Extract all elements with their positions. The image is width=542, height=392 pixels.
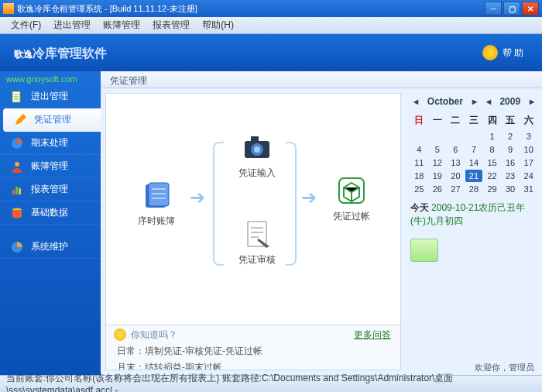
minimize-button[interactable]: ─	[485, 2, 502, 15]
menu-book[interactable]: 账簿管理	[97, 17, 146, 33]
user-icon	[11, 160, 23, 173]
pie2-icon	[11, 241, 23, 253]
calendar-day[interactable]: 11	[410, 156, 428, 169]
nav-voucher[interactable]: 凭证管理	[3, 108, 101, 132]
thumbnail[interactable]	[410, 239, 438, 262]
svg-point-12	[254, 146, 260, 153]
calendar-day[interactable]: 24	[520, 170, 537, 182]
dow-header: 一	[429, 112, 447, 129]
chart-icon	[11, 184, 23, 196]
pie-icon	[11, 137, 23, 150]
svg-rect-13	[251, 136, 259, 143]
calendar-nav: ◂ October ▸ ◂ 2009 ▸	[410, 95, 537, 108]
menu-file[interactable]: 文件(F)	[5, 17, 47, 33]
db-icon	[11, 207, 23, 219]
dow-header: 二	[447, 112, 465, 129]
calendar-day[interactable]: 16	[502, 156, 520, 169]
welcome-text: 欢迎你，管理员	[475, 362, 534, 373]
help-icon	[482, 45, 498, 60]
calendar-day[interactable]: 9	[502, 143, 520, 156]
site-url: www.gnoysoft.com	[0, 73, 101, 85]
calendar-day[interactable]: 18	[410, 170, 428, 182]
paper-icon	[241, 218, 273, 250]
calendar-day[interactable]: 23	[502, 170, 520, 182]
flow-ledger[interactable]: 序时账簿	[129, 179, 184, 228]
dow-header: 五	[502, 112, 520, 129]
calendar-day[interactable]: 14	[465, 156, 483, 169]
dow-header: 三	[465, 112, 483, 129]
logo: 歌逸冷库管理软件	[14, 43, 107, 62]
calendar-day[interactable]: 8	[483, 143, 501, 156]
flow-post[interactable]: 凭证过帐	[324, 174, 379, 223]
calendar-day[interactable]: 2	[502, 130, 520, 143]
sidebar: www.gnoysoft.com 进出管理 凭证管理 期末处理 账簿管理 报表管…	[0, 71, 101, 375]
nav-inout[interactable]: 进出管理	[0, 85, 101, 108]
bracket-left	[213, 142, 224, 266]
menu-report[interactable]: 报表管理	[146, 17, 196, 33]
pencil-icon	[14, 114, 26, 126]
calendar-day[interactable]: 28	[465, 183, 483, 195]
nav-sys[interactable]: 系统维护	[0, 236, 101, 259]
breadcrumb: 凭证管理	[101, 71, 542, 88]
calendar-day[interactable]: 10	[520, 143, 537, 156]
nav-report[interactable]: 报表管理	[0, 178, 101, 201]
dow-header: 日	[410, 112, 428, 129]
calendar-day[interactable]: 21	[465, 170, 483, 182]
menu-help[interactable]: 帮助(H)	[196, 17, 240, 33]
calendar-day[interactable]: 7	[465, 143, 483, 156]
calendar-day[interactable]: 31	[520, 183, 537, 195]
titlebar: 歌逸冷库仓租管理系统 - [Build 11.11.12-未注册] ─ ▢ ✕	[0, 0, 542, 17]
calendar-day[interactable]: 30	[502, 183, 520, 195]
flow-input[interactable]: 凭证输入	[230, 131, 284, 180]
calendar-day[interactable]: 19	[429, 170, 447, 182]
doc-icon	[11, 91, 23, 103]
nav-base[interactable]: 基础数据	[0, 201, 101, 225]
calendar-day[interactable]: 5	[429, 143, 447, 156]
maximize-button[interactable]: ▢	[503, 2, 520, 15]
arrow-icon: ➔	[190, 187, 205, 208]
more-link[interactable]: 更多问答	[354, 328, 391, 342]
tip-line1: 日常：填制凭证-审核凭证-凭证过帐	[117, 345, 393, 358]
calendar-day[interactable]: 12	[429, 156, 447, 169]
calendar-day[interactable]: 4	[410, 143, 428, 156]
bracket-right	[286, 142, 297, 266]
camera-icon	[241, 131, 273, 163]
flow-audit[interactable]: 凭证审核	[230, 218, 284, 266]
help-button[interactable]: 帮 助	[482, 45, 523, 60]
menu-inout[interactable]: 进出管理	[47, 17, 97, 33]
nav-book[interactable]: 账簿管理	[0, 155, 101, 178]
calendar-day[interactable]: 22	[483, 170, 501, 182]
calendar-day[interactable]: 25	[410, 183, 428, 195]
arrow2-icon: ➔	[301, 187, 317, 208]
calendar-grid: 日一二三四五六123456789101112131415161718192021…	[410, 112, 537, 195]
year-next[interactable]: ▸	[530, 96, 534, 107]
dow-header: 四	[483, 112, 501, 129]
month-prev[interactable]: ◂	[413, 96, 418, 107]
month-next[interactable]: ▸	[472, 96, 477, 107]
calendar-day[interactable]: 1	[483, 130, 501, 143]
year-prev[interactable]: ◂	[486, 96, 491, 107]
close-button[interactable]: ✕	[522, 2, 539, 15]
calendar-day[interactable]: 27	[447, 183, 465, 195]
calendar-day[interactable]: 15	[483, 156, 501, 169]
dow-header: 六	[520, 112, 537, 129]
calendar-day[interactable]: 17	[520, 156, 537, 169]
app-icon	[3, 3, 14, 14]
svg-rect-9	[149, 183, 169, 206]
calendar-day[interactable]: 3	[520, 130, 537, 143]
menubar: 文件(F) 进出管理 账簿管理 报表管理 帮助(H)	[0, 17, 542, 34]
cube-icon	[335, 174, 368, 207]
flow-canvas: 序时账簿 ➔ 凭证输入 凭证审核 ➔ 凭证过帐	[105, 93, 401, 370]
nav-period[interactable]: 期末处理	[0, 132, 101, 155]
calendar-day[interactable]: 6	[447, 143, 465, 156]
main: 凭证管理 序时账簿 ➔ 凭证输入 凭证审核 ➔	[101, 71, 542, 375]
svg-rect-5	[19, 188, 21, 194]
calendar-day[interactable]: 26	[429, 183, 447, 195]
svg-rect-4	[15, 187, 18, 194]
tip-line2: 月末：结转损益-期末过帐	[117, 361, 393, 370]
svg-point-2	[15, 162, 19, 167]
calendar-panel: ◂ October ▸ ◂ 2009 ▸ 日一二三四五六123456789101…	[406, 88, 542, 375]
calendar-day[interactable]: 29	[483, 183, 501, 195]
calendar-day[interactable]: 20	[447, 170, 465, 182]
calendar-day[interactable]: 13	[447, 156, 465, 169]
